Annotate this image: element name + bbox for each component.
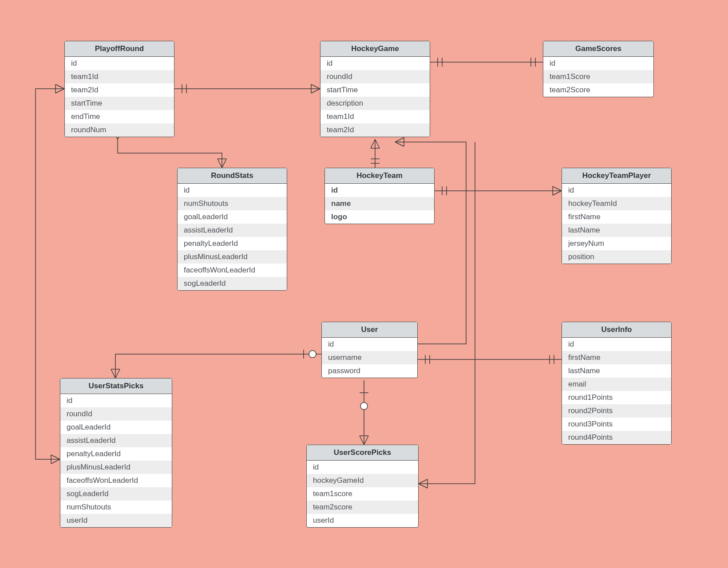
entity-field: plusMinusLeaderId	[60, 461, 172, 474]
entity-field: goalLeaderId	[60, 421, 172, 434]
entity-field: id	[178, 184, 287, 197]
entity-header: HockeyTeamPlayer	[562, 168, 671, 184]
entity-header: User	[322, 322, 417, 338]
entity-field: position	[562, 250, 671, 264]
entity-field: roundNum	[65, 123, 174, 137]
entity-field: description	[320, 97, 430, 110]
entity-field: team1score	[307, 487, 418, 501]
entity-field: hockeyGameId	[307, 474, 418, 487]
entity-field: penaltyLeaderId	[60, 447, 172, 461]
entity-header: UserStatsPicks	[60, 379, 172, 394]
entity-field: hockeyTeamId	[562, 197, 671, 210]
entity-field: goalLeaderId	[178, 210, 287, 224]
entity-field: team2Id	[65, 83, 174, 97]
entity-field: userId	[60, 514, 172, 527]
entity-field: id	[562, 338, 671, 351]
entity-field: id	[325, 184, 434, 197]
entity-field: startTime	[320, 83, 430, 97]
entity-field: email	[562, 378, 671, 391]
entity-header: HockeyTeam	[325, 168, 434, 184]
entity-field: firstName	[562, 210, 671, 224]
entity-header: HockeyGame	[320, 41, 430, 57]
entity-field: team2score	[307, 501, 418, 514]
entity-field: numShutouts	[60, 501, 172, 514]
entity-user: Useridusernamepassword	[321, 322, 418, 378]
entity-field: jerseyNum	[562, 237, 671, 250]
entity-field: assistLeaderId	[60, 434, 172, 447]
entity-field: roundId	[60, 407, 172, 421]
entity-field: team2Score	[543, 83, 653, 97]
entity-field: round4Points	[562, 431, 671, 444]
entity-userInfo: UserInfoidfirstNamelastNameemailround1Po…	[562, 322, 672, 445]
entity-field: numShutouts	[178, 197, 287, 210]
entity-hockeyGame: HockeyGameidroundIdstartTimedescriptiont…	[320, 41, 430, 137]
entity-userScorePicks: UserScorePicksidhockeyGameIdteam1scorete…	[306, 445, 419, 528]
svg-point-26	[309, 351, 316, 358]
entity-header: PlayoffRound	[65, 41, 174, 57]
entity-field: round1Points	[562, 391, 671, 404]
entity-field: penaltyLeaderId	[178, 237, 287, 250]
entity-field: assistLeaderId	[178, 224, 287, 237]
entity-field: password	[322, 364, 417, 378]
entity-header: RoundStats	[178, 168, 287, 184]
entity-field: id	[60, 394, 172, 407]
entity-field: id	[562, 184, 671, 197]
entity-field: id	[307, 461, 418, 474]
entity-field: plusMinusLeaderId	[178, 250, 287, 264]
entity-header: UserScorePicks	[307, 445, 418, 461]
entity-field: lastName	[562, 364, 671, 378]
entity-field: sogLeaderId	[178, 277, 287, 290]
entity-header: UserInfo	[562, 322, 671, 338]
svg-point-32	[360, 402, 368, 410]
entity-field: id	[543, 57, 653, 70]
entity-field: id	[65, 57, 174, 70]
entity-field: id	[320, 57, 430, 70]
entity-field: endTime	[65, 110, 174, 123]
entity-field: id	[322, 338, 417, 351]
entity-header: GameScores	[543, 41, 653, 57]
entity-field: logo	[325, 210, 434, 224]
entity-field: sogLeaderId	[60, 487, 172, 501]
entity-field: faceoffsWonLeaderId	[178, 264, 287, 277]
entity-field: roundId	[320, 70, 430, 83]
entity-field: userId	[307, 514, 418, 527]
entity-field: startTime	[65, 97, 174, 110]
entity-field: name	[325, 197, 434, 210]
entity-field: team1Score	[543, 70, 653, 83]
entity-hockeyTeamPlayer: HockeyTeamPlayeridhockeyTeamIdfirstNamel…	[562, 168, 672, 264]
entity-field: username	[322, 351, 417, 364]
entity-hockeyTeam: HockeyTeamidnamelogo	[324, 168, 435, 224]
entity-field: round2Points	[562, 404, 671, 418]
entity-field: team1Id	[320, 110, 430, 123]
entity-playoffRound: PlayoffRoundidteam1Idteam2IdstartTimeend…	[64, 41, 174, 137]
entity-field: firstName	[562, 351, 671, 364]
entity-field: lastName	[562, 224, 671, 237]
entity-field: team2Id	[320, 123, 430, 137]
entity-userStatsPicks: UserStatsPicksidroundIdgoalLeaderIdassis…	[60, 378, 172, 528]
entity-field: round3Points	[562, 418, 671, 431]
entity-field: team1Id	[65, 70, 174, 83]
entity-gameScores: GameScoresidteam1Scoreteam2Score	[543, 41, 654, 97]
entity-roundStats: RoundStatsidnumShutoutsgoalLeaderIdassis…	[177, 168, 287, 291]
entity-field: faceoffsWonLeaderId	[60, 474, 172, 487]
